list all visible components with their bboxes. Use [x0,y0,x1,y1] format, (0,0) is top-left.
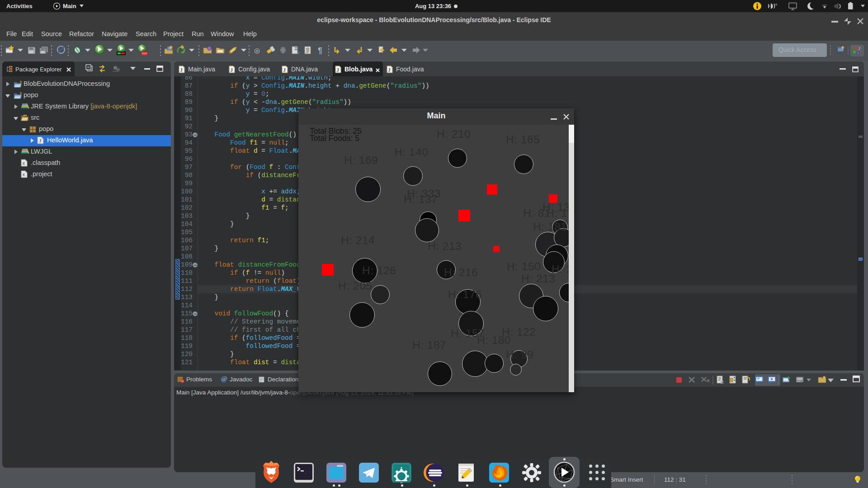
svg-text:◎: ◎ [254,47,260,55]
svg-text:J: J [19,80,22,85]
svg-text:J: J [858,46,861,51]
svg-text:¶: ¶ [318,46,322,55]
svg-text:s: s [775,2,777,6]
svg-text:J: J [388,67,391,73]
svg-text:J: J [39,138,42,143]
svg-text:J: J [19,91,22,96]
svg-text:J: J [230,67,233,73]
svg-text:x: x [23,161,25,166]
svg-text:J: J [180,67,183,73]
svg-text:J: J [336,67,339,73]
svg-text:x: x [23,172,25,177]
svg-text:J: J [283,67,286,73]
